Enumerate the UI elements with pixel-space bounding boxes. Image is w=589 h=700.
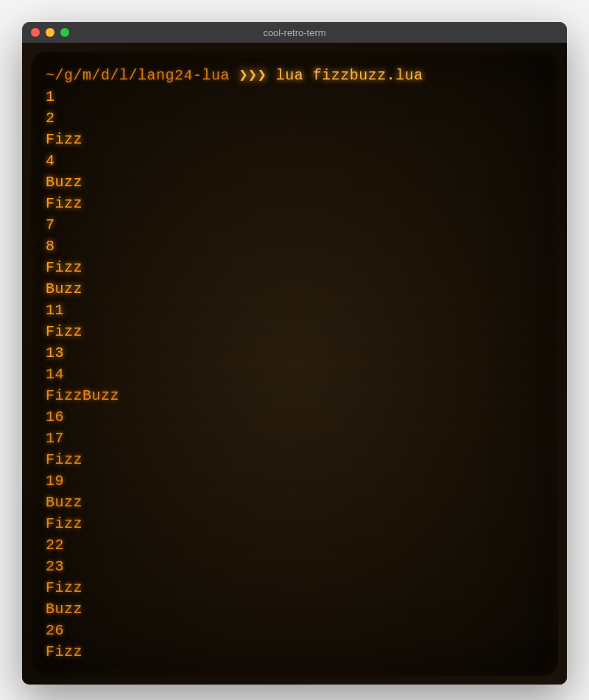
output-line: 8: [46, 236, 543, 257]
output-line: Fizz: [46, 577, 543, 598]
terminal-frame: ~/g/m/d/l/lang24-lua ❯❯❯ lua fizzbuzz.lu…: [22, 43, 567, 685]
output-line: 7: [46, 214, 543, 236]
output-line: 11: [46, 300, 543, 321]
output-line: 23: [46, 556, 543, 577]
output-line: 22: [46, 534, 543, 556]
output-line: Buzz: [46, 278, 543, 300]
output-line: FizzBuzz: [46, 385, 543, 406]
window-title: cool-retro-term: [263, 27, 325, 38]
output-line: Buzz: [46, 172, 543, 193]
terminal-screen[interactable]: ~/g/m/d/l/lang24-lua ❯❯❯ lua fizzbuzz.lu…: [31, 52, 558, 676]
output-line: Fizz: [46, 321, 543, 342]
output-line: Buzz: [46, 598, 543, 620]
maximize-icon[interactable]: [60, 28, 69, 37]
output-line: Fizz: [46, 129, 543, 150]
output-line: Fizz: [46, 193, 543, 214]
app-window: cool-retro-term ~/g/m/d/l/lang24-lua ❯❯❯…: [22, 22, 567, 685]
prompt-path: ~/g/m/d/l/lang24-lua: [46, 67, 230, 84]
minimize-icon[interactable]: [46, 28, 54, 37]
command-text: lua fizzbuzz.lua: [276, 67, 423, 84]
output-line: 26: [46, 620, 543, 641]
prompt-line: ~/g/m/d/l/lang24-lua ❯❯❯ lua fizzbuzz.lu…: [46, 65, 543, 86]
output-line: Fizz: [46, 513, 543, 534]
terminal-content[interactable]: ~/g/m/d/l/lang24-lua ❯❯❯ lua fizzbuzz.lu…: [46, 65, 543, 662]
output-line: 2: [46, 107, 543, 129]
output-line: 16: [46, 406, 543, 428]
close-icon[interactable]: [31, 28, 40, 37]
output-line: 14: [46, 364, 543, 385]
output-line: Fizz: [46, 449, 543, 470]
prompt-marker: ❯❯❯: [239, 67, 267, 84]
output-container: 12Fizz4BuzzFizz78FizzBuzz11Fizz1314FizzB…: [46, 86, 543, 662]
output-line: 4: [46, 150, 543, 172]
output-line: Buzz: [46, 492, 543, 513]
output-line: 13: [46, 342, 543, 364]
output-line: 19: [46, 470, 543, 492]
output-line: Fizz: [46, 641, 543, 662]
window-titlebar[interactable]: cool-retro-term: [22, 22, 567, 43]
traffic-lights: [31, 28, 69, 37]
output-line: Fizz: [46, 257, 543, 278]
output-line: 17: [46, 428, 543, 449]
output-line: 1: [46, 86, 543, 107]
